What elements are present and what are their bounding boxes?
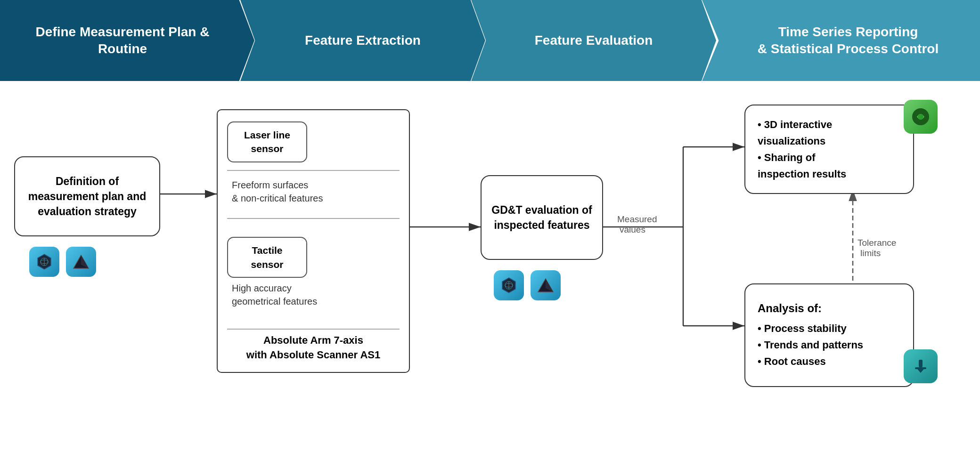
analysis-title: Analysis of:: [758, 300, 822, 316]
viz-item-2: Sharing ofinspection results: [758, 149, 846, 182]
define-icons: [29, 247, 96, 277]
step-3-banner: Feature Evaluation: [471, 0, 716, 81]
viz-list: 3D interactivevisualizations Sharing ofi…: [758, 116, 846, 183]
step-2-label: Feature Extraction: [305, 32, 421, 49]
gdt-box-text: GD&T evaluation of inspected features: [491, 202, 593, 233]
svg-rect-32: [919, 360, 923, 367]
gdt-icon-2: [531, 270, 561, 300]
freeform-label: Freeform surfaces& non-critical features: [227, 178, 400, 205]
svg-marker-31: [916, 367, 925, 373]
analysis-box: Analysis of: Process stability Trends an…: [744, 283, 914, 387]
laser-sensor-box: Laser line sensor: [227, 121, 307, 162]
gdt-icons: [494, 270, 561, 300]
analysis-item-1: Process stability: [758, 320, 863, 337]
define-icon-2: [66, 247, 96, 277]
step-3-label: Feature Evaluation: [535, 32, 653, 49]
highaccuracy-label: High accuracygeometrical features: [227, 282, 400, 308]
tactile-sensor-box: Tactile sensor: [227, 237, 307, 278]
analysis-item-3: Root causes: [758, 353, 863, 370]
step-4-label: Time Series Reporting & Statistical Proc…: [758, 24, 939, 58]
step-4-banner: Time Series Reporting & Statistical Proc…: [702, 0, 980, 81]
viz-item-1: 3D interactivevisualizations: [758, 116, 846, 149]
svg-text:values: values: [620, 225, 645, 234]
extraction-box: Laser line sensor Freeform surfaces& non…: [217, 109, 410, 373]
analysis-list: Process stability Trends and patterns Ro…: [758, 320, 863, 370]
viz-icon: [904, 100, 938, 134]
diagram-content: Measured values Tolerance limits Definit…: [0, 81, 980, 452]
step-1-label: Define Measurement Plan & Routine: [19, 24, 226, 58]
laser-sensor-label: Laser line sensor: [244, 129, 290, 154]
define-box-text: Definition of measurement plan and evalu…: [24, 174, 150, 219]
svg-point-29: [918, 114, 923, 120]
gdt-box: GD&T evaluation of inspected features: [481, 175, 603, 260]
svg-text:Tolerance: Tolerance: [858, 238, 896, 248]
step-1-banner: Define Measurement Plan & Routine: [0, 0, 254, 81]
gdt-icon-1: [494, 270, 524, 300]
arm-label: Absolute Arm 7-axiswith Absolute Scanner…: [227, 329, 400, 363]
analysis-item-2: Trends and patterns: [758, 337, 863, 353]
arm-label-text: Absolute Arm 7-axiswith Absolute Scanner…: [246, 334, 380, 361]
define-box: Definition of measurement plan and evalu…: [14, 156, 160, 236]
define-icon-1: [29, 247, 59, 277]
step-2-banner: Feature Extraction: [240, 0, 485, 81]
analysis-icon: [904, 349, 938, 383]
tactile-sensor-label: Tactile sensor: [251, 245, 284, 269]
svg-text:Measured: Measured: [617, 214, 657, 224]
svg-text:limits: limits: [860, 248, 881, 258]
viz-box: 3D interactivevisualizations Sharing ofi…: [744, 105, 914, 194]
process-header: Define Measurement Plan & Routine Featur…: [0, 0, 980, 81]
